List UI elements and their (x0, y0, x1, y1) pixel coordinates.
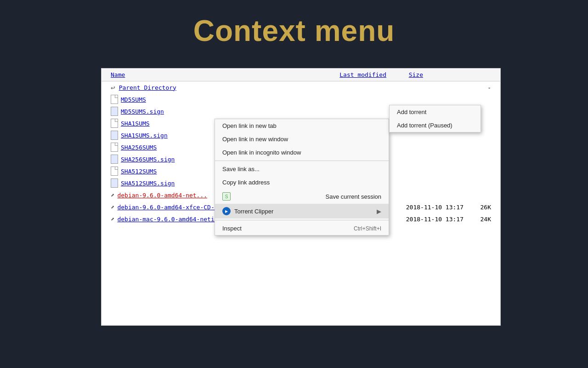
open-new-window-label: Open link in new window (222, 136, 288, 143)
torrent-clipper-item[interactable]: Torrent Clipper ▶ (215, 204, 389, 218)
save-session-label: Save current session (326, 193, 381, 200)
size-column-header[interactable]: Size (409, 71, 423, 78)
file-icon (111, 95, 118, 104)
file-link[interactable]: SHA512SUMS.sign (121, 180, 175, 187)
open-new-tab-label: Open link in new tab (222, 122, 277, 129)
share-icon: ⬈ (111, 203, 114, 211)
doc-icon (111, 107, 118, 116)
share-icon: ⬈ (111, 215, 114, 223)
parent-arrow-icon: ↩ (111, 83, 115, 92)
parent-directory-row: ↩ Parent Directory - (102, 81, 500, 93)
parent-directory-link[interactable]: Parent Directory (119, 84, 176, 91)
doc-icon (111, 178, 118, 188)
file-link[interactable]: SHA1SUMS (121, 120, 150, 127)
file-icon (111, 167, 118, 176)
file-icon (111, 119, 118, 128)
open-new-tab-item[interactable]: Open link in new tab (215, 119, 389, 132)
inspect-shortcut: Ctrl+Shift+I (354, 225, 381, 232)
file-link[interactable]: MD5SUMS.sign (121, 108, 164, 115)
save-link-item[interactable]: Save link as... (215, 162, 389, 176)
name-column-header[interactable]: Name (111, 71, 125, 78)
doc-icon (111, 155, 118, 164)
context-menu-divider-2 (215, 220, 389, 220)
add-torrent-label: Add torrent (397, 109, 426, 115)
file-icon (111, 143, 118, 152)
save-link-label: Save link as... (222, 166, 260, 172)
file-listing-header: Name Last modified Size (102, 69, 500, 81)
context-menu: Open link in new tab Open link in new wi… (215, 119, 389, 236)
page-title: Context menu (0, 0, 588, 62)
open-incognito-label: Open link in incognito window (222, 149, 301, 156)
inspect-item[interactable]: Inspect Ctrl+Shift+I (215, 222, 389, 235)
file-size: 24K (473, 216, 491, 223)
add-torrent-paused-label: Add torrent (Paused) (397, 122, 452, 129)
file-date: 2018-11-10 13:17 (406, 216, 464, 223)
inspect-label: Inspect (222, 225, 242, 232)
file-link[interactable]: SHA512SUMS (121, 168, 157, 175)
modified-column-header[interactable]: Last modified (339, 71, 386, 78)
context-menu-divider-1 (215, 161, 389, 161)
share-icon: ⬈ (111, 191, 114, 199)
copy-link-item[interactable]: Copy link address (215, 176, 389, 189)
file-date: 2018-11-10 13:17 (406, 204, 464, 211)
open-new-window-item[interactable]: Open link in new window (215, 132, 389, 146)
file-link[interactable]: SHA1SUMS.sign (121, 132, 168, 139)
file-link[interactable]: MD5SUMS (121, 96, 146, 103)
list-item: MD5SUMS (102, 93, 500, 105)
add-torrent-paused-item[interactable]: Add torrent (Paused) (390, 119, 481, 132)
session-icon: S (222, 192, 231, 201)
submenu-arrow-icon: ▶ (377, 208, 381, 215)
file-link[interactable]: SHA256SUMS.sign (121, 156, 175, 163)
torrent-submenu: Add torrent Add torrent (Paused) (389, 105, 481, 132)
file-link[interactable]: SHA256SUMS (121, 144, 157, 151)
copy-link-label: Copy link address (222, 179, 270, 186)
file-size: 26K (473, 204, 491, 211)
save-session-item[interactable]: S Save current session (215, 189, 389, 204)
add-torrent-item[interactable]: Add torrent (390, 105, 481, 119)
torrent-icon (222, 207, 231, 215)
parent-dash: - (487, 84, 491, 91)
doc-icon (111, 131, 118, 140)
file-link-highlighted[interactable]: debian-9.6.0-amd64-net... (117, 192, 207, 199)
torrent-clipper-label: Torrent Clipper (234, 208, 273, 215)
open-incognito-item[interactable]: Open link in incognito window (215, 146, 389, 159)
